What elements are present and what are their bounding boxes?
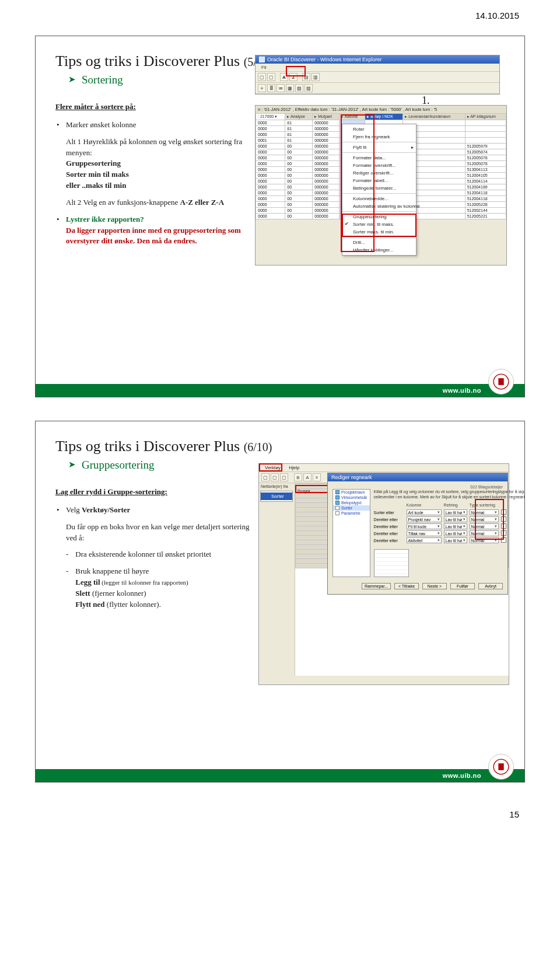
dialog-select[interactable]: Tiltak nav▾ (407, 530, 442, 536)
dash1-text: Dra eksisterende kolonner til ønsket pri… (75, 549, 211, 560)
dialog-select[interactable]: Normal▾ (470, 537, 499, 543)
sort-dialog: Rediger regneark 022 Bilagsdetaljer Pros… (327, 473, 508, 595)
tb-icon[interactable]: ▧ (295, 84, 303, 92)
sort-za-button[interactable]: Z (289, 73, 298, 81)
dialog-grid-label: Deretter etter (374, 532, 404, 536)
context-menu-item[interactable]: Rediger overskrift... (342, 169, 416, 177)
alt1-text: Alt 1 Høyreklikk på kolonnen og velg øns… (66, 137, 242, 157)
tb-icon[interactable]: ▢ (280, 473, 288, 481)
col-head[interactable]: ▸ AP-bilagsnum (465, 114, 506, 120)
menu-item[interactable]: Verktøy (261, 465, 284, 470)
slide-6: Tips og triks i Discoverer Plus (6/10) G… (35, 421, 525, 783)
context-menu-item[interactable]: Automatisk skalering av kolonne (342, 202, 416, 210)
tb-icon[interactable]: ▢ (261, 473, 270, 481)
slide1-figure: 2. Oracle BI Discoverer - Windows Intern… (258, 102, 515, 253)
dialog-select[interactable]: Normal▾ (470, 530, 499, 536)
context-menu-item[interactable]: Gruppesortering (342, 213, 416, 221)
dialog-select[interactable]: Lav til hø▾ (444, 537, 467, 543)
context-menu-item[interactable]: Betingede formater... (342, 184, 416, 192)
dialog-button[interactable]: Avbryt (478, 583, 503, 589)
tb-icon[interactable]: ▢ (258, 73, 266, 81)
dialog-checkbox[interactable] (501, 530, 525, 536)
dialog-select[interactable]: Lav til hø▾ (444, 530, 467, 536)
dialog-select[interactable]: Lav til hø▾ (444, 509, 467, 515)
dialog-select[interactable]: Normal▾ (470, 509, 499, 515)
slide-title-text: Tips og triks i Discoverer Plus (55, 438, 244, 455)
slide1-text: Flere måter å sortere på: Marker ønsket … (55, 102, 254, 253)
slide-title-text: Tips og triks i Discoverer Plus (55, 53, 244, 69)
tb-icon[interactable]: ≔ (276, 84, 285, 92)
dialog-checkbox[interactable] (501, 537, 525, 543)
dialog-button[interactable]: Neste > (422, 583, 447, 589)
context-menu-item[interactable]: Sorter maks. til min. (342, 228, 416, 236)
context-menu-item[interactable]: Drill... (342, 239, 416, 246)
dialog-grid-label: Deretter etter (374, 518, 404, 522)
dialog-grid-label: Sorter etter (374, 511, 404, 515)
dialog-select[interactable]: Lav til hø▾ (444, 516, 467, 522)
menu-item-sorter[interactable]: Sorter (261, 493, 292, 500)
toolbar-row-2: ≡ ≣ ≔ ▦ ▧ ▨ (256, 83, 499, 94)
tb-icon[interactable]: B (294, 473, 302, 481)
tb-icon[interactable]: ≣ (267, 84, 275, 92)
tb-icon[interactable]: ▥ (312, 73, 320, 81)
tb-icon[interactable]: ▤ (302, 73, 310, 81)
col-head[interactable]: ▸ Analyse (285, 114, 313, 120)
col-head[interactable]: ▸ Aktivite (340, 114, 365, 120)
toolbar-figure: Oracle BI Discoverer - Windows Internet … (255, 55, 500, 95)
dialog-button[interactable]: Rammepar... (362, 583, 391, 589)
dialog-list-item[interactable]: Prosjektnavn (333, 490, 370, 495)
page-number: 15 (0, 806, 560, 830)
dialog-select[interactable]: Aktivitet▾ (407, 537, 442, 543)
context-menu-item[interactable]: Formater data... (342, 154, 416, 162)
bul1-pre: Velg (66, 505, 82, 514)
svg-rect-3 (498, 763, 503, 770)
dialog-bottom-buttons: Rammepar...< TilbakeNeste >FullførAvbryt (332, 583, 503, 589)
tb-icon[interactable]: ▦ (286, 84, 294, 92)
tb-icon[interactable]: A (303, 473, 312, 481)
menu-item[interactable]: Hjelp (285, 465, 303, 470)
dialog-list-item[interactable]: Parametre (333, 511, 370, 516)
dialog-list-item[interactable]: Sorter (333, 505, 370, 511)
window-titlebar: Oracle BI Discoverer - Windows Internet … (256, 55, 499, 64)
dialog-select[interactable]: Normal▾ (470, 516, 499, 522)
col-head[interactable]: ▸ Beløp i NOK (365, 114, 403, 120)
context-menu-item[interactable]: Sorter min. til maks. (342, 221, 416, 228)
dialog-list-item[interactable]: Virksomhetsår (333, 495, 370, 500)
col-head[interactable]: ▸ Motpart (313, 114, 340, 120)
context-menu-item[interactable]: Formater overskrift... (342, 162, 416, 169)
tb-icon[interactable]: ≡ (313, 473, 321, 481)
bul1-bold: Verktøy/Sorter (82, 505, 130, 514)
dialog-select[interactable]: Lav til hø▾ (444, 523, 467, 529)
dialog-select[interactable]: Art kode▾ (407, 509, 442, 515)
dialog-select[interactable]: Fil til kode▾ (407, 523, 442, 529)
context-menu[interactable]: RoterFjern fra regnearkFlytt til▸Formate… (342, 124, 416, 256)
tb-icon[interactable]: ▢ (271, 473, 279, 481)
context-menu-item[interactable]: Roter (342, 125, 416, 133)
context-menu-item[interactable]: Fjern fra regneark (342, 133, 416, 141)
tb-icon[interactable]: ≡ (258, 84, 266, 92)
context-menu-item[interactable]: Håndter koblinger... (342, 246, 416, 254)
tb-icon[interactable]: ▨ (304, 84, 313, 92)
dialog-grid-label: Deretter etter (374, 525, 404, 529)
dialog-checkbox[interactable] (501, 516, 525, 522)
context-menu-item[interactable]: Formater tabell... (342, 177, 416, 184)
dialog-select[interactable]: Prosjekt nav▾ (407, 516, 442, 522)
context-menu-item[interactable]: Kolonnebredde... (342, 195, 416, 202)
tb-icon[interactable]: ▢ (267, 73, 275, 81)
bullet-velg: Velg Verktøy/Sorter (55, 505, 254, 516)
dialog-checkbox[interactable] (501, 509, 525, 515)
sort-az-button[interactable]: A (280, 73, 288, 81)
slide-5: Tips og triks i Discoverer Plus (5/10) S… (35, 36, 525, 397)
slide2-text: Lag eller rydd i Gruppe-sortering: Velg … (55, 487, 254, 708)
dialog-checkbox[interactable] (501, 523, 525, 529)
dialog-button[interactable]: Fullfør (450, 583, 475, 589)
dialog-button[interactable]: < Tilbake (394, 583, 419, 589)
context-menu-item[interactable]: Flytt til▸ (342, 144, 416, 151)
menu-bar: Verktøy Hjelp (259, 464, 509, 472)
col-head[interactable]: ▸ Leverandør/kundenavn (403, 114, 465, 120)
dialog-list-item[interactable]: Belopstypd (333, 500, 370, 505)
dialog-grid-header: Kolonne (407, 503, 442, 508)
sidebar-menu: Sorter (260, 491, 293, 502)
dialog-left-list[interactable]: ProsjektnavnVirksomhetsårBelopstypdSorte… (332, 489, 370, 577)
dialog-select[interactable]: Normal▾ (470, 523, 499, 529)
